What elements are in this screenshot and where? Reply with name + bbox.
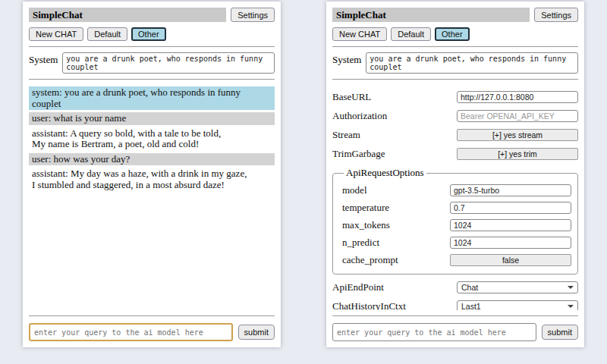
cache-prompt-label: cache_prompt [342,254,398,266]
submit-button[interactable]: submit [542,325,578,340]
authorization-input[interactable] [457,110,578,122]
trimgarbage-label: TrimGarbage [332,148,385,160]
session-default-button[interactable]: Default [391,27,431,41]
baseurl-input[interactable] [457,91,578,103]
session-other-button[interactable]: Other [435,27,470,41]
chat-panel: SimpleChat Settings New CHAT Default Oth… [23,2,281,347]
chat-message-line: user: what is your name [32,113,272,124]
header-row: SimpleChat Settings [29,8,275,22]
chat-message-line: My name is Bertram, a poet, old and cold… [32,139,272,150]
setting-row-n-predict: n_predict [342,237,571,249]
chevron-down-icon [568,305,574,308]
divider [332,46,578,47]
api-request-options-legend: ApiRequestOptions [344,167,426,179]
divider [332,79,578,80]
system-prompt-input[interactable]: you are a drunk poet, who responds in fu… [62,52,275,74]
n-predict-label: n_predict [342,237,379,249]
setting-row-api-endpoint: ApiEndPoint Chat [332,281,578,293]
session-row: New CHAT Default Other [332,27,578,41]
submit-button[interactable]: submit [238,325,275,340]
setting-row-trimgarbage: TrimGarbage [+] yes trim [332,148,578,160]
system-prompt-label: System [332,52,361,74]
divider [332,315,578,316]
system-prompt-input[interactable]: you are a drunk poet, who responds in fu… [366,52,578,74]
chat-message-assistant: assistant: A query so bold, with a tale … [29,127,275,151]
session-default-button[interactable]: Default [87,27,127,41]
baseurl-label: BaseURL [332,91,371,103]
new-chat-button[interactable]: New CHAT [29,27,83,41]
chat-message-line: system: you are a drunk poet, who respon… [32,87,272,109]
chat-message-user: user: what is your name [29,112,275,125]
chat-message-assistant: assistant: My day was a haze, with a dri… [29,168,275,191]
settings-button[interactable]: Settings [534,8,578,22]
chat-history-in-ctxt-select[interactable]: Last1 [457,300,578,310]
cache-prompt-toggle-button[interactable]: false [450,254,571,266]
app-title-bar: SimpleChat [29,8,226,22]
chat-history: system: you are a drunk poet, who respon… [29,84,275,310]
session-row: New CHAT Default Other [29,27,275,41]
api-endpoint-label: ApiEndPoint [332,281,384,293]
api-request-options-fieldset: ApiRequestOptions model temperature max_… [332,167,578,275]
trimgarbage-toggle-button[interactable]: [+] yes trim [457,148,578,160]
system-prompt-label: System [29,52,58,74]
chat-history-selected-value: Last1 [461,302,481,310]
api-endpoint-select[interactable]: Chat [457,281,578,293]
setting-row-cache-prompt: cache_prompt false [342,254,571,266]
model-label: model [342,184,367,196]
query-input[interactable] [332,323,536,341]
temperature-label: temperature [342,202,389,214]
settings-panel: SimpleChat Settings New CHAT Default Oth… [326,2,584,347]
api-endpoint-selected-value: Chat [461,283,478,292]
app-title-bar: SimpleChat [332,8,530,22]
new-chat-button[interactable]: New CHAT [332,27,387,41]
authorization-label: Authorization [332,110,387,122]
max-tokens-label: max_tokens [342,219,390,231]
temperature-input[interactable] [450,202,571,214]
model-input[interactable] [450,184,571,196]
max-tokens-input[interactable] [450,219,571,231]
setting-row-model: model [342,184,571,196]
query-row: submit [29,323,275,341]
system-prompt-row: System you are a drunk poet, who respond… [332,52,578,74]
settings-area: BaseURL Authorization Stream [+] yes str… [332,84,578,310]
chat-message-line: I stumbled and staggered, in a most absu… [32,180,272,191]
chat-message-line: assistant: My day was a haze, with a dri… [32,168,272,180]
stream-label: Stream [332,129,360,141]
setting-row-stream: Stream [+] yes stream [332,129,578,141]
divider [29,46,275,47]
chat-message-user: user: how was your day? [29,153,275,166]
n-predict-input[interactable] [450,237,571,249]
setting-row-chat-history-in-ctxt: ChatHistoryInCtxt Last1 [332,300,578,310]
query-input[interactable] [29,323,233,341]
chat-message-system: system: you are a drunk poet, who respon… [29,86,275,110]
chat-message-line: user: how was your day? [32,154,272,165]
chat-history-in-ctxt-label: ChatHistoryInCtxt [332,300,406,310]
settings-button[interactable]: Settings [231,8,275,22]
system-prompt-row: System you are a drunk poet, who respond… [29,52,275,74]
stream-toggle-button[interactable]: [+] yes stream [457,129,578,141]
chevron-down-icon [568,286,574,289]
divider [29,315,275,316]
divider [29,79,275,80]
setting-row-temperature: temperature [342,202,571,214]
chat-message-line: assistant: A query so bold, with a tale … [32,128,272,140]
header-row: SimpleChat Settings [332,8,578,22]
setting-row-max-tokens: max_tokens [342,219,571,231]
query-row: submit [332,323,578,341]
setting-row-baseurl: BaseURL [332,91,578,103]
session-other-button[interactable]: Other [131,27,166,41]
setting-row-authorization: Authorization [332,110,578,122]
